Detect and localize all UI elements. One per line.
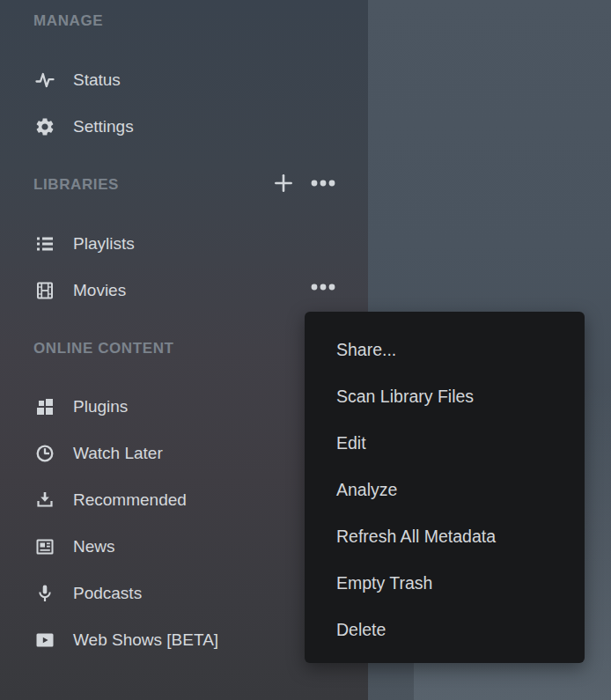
sidebar-item-label: Podcasts (73, 584, 142, 603)
download-icon (33, 489, 56, 512)
menu-item-share[interactable]: Share... (305, 327, 585, 373)
add-library-button[interactable] (268, 169, 299, 197)
playlist-icon (33, 232, 56, 255)
microphone-icon (33, 582, 56, 605)
activity-icon (33, 69, 56, 92)
section-header-online-content: ONLINE CONTENT (33, 340, 174, 357)
section-header-manage: MANAGE (33, 12, 103, 30)
sidebar-item-label: Plugins (73, 397, 128, 416)
sidebar-item-label: News (73, 537, 115, 556)
menu-item-delete[interactable]: Delete (305, 607, 585, 653)
menu-item-analyze[interactable]: Analyze (305, 467, 585, 513)
sidebar-item-label: Movies (73, 281, 126, 300)
section-header-libraries: LIBRARIES (33, 176, 119, 194)
menu-item-refresh-metadata[interactable]: Refresh All Metadata (305, 513, 585, 560)
gear-icon (33, 115, 56, 138)
sidebar-item-label: Status (73, 70, 121, 90)
libraries-more-button[interactable] (306, 170, 341, 196)
menu-item-edit[interactable]: Edit (305, 420, 585, 467)
sidebar-item-status[interactable]: Status (0, 69, 368, 92)
menu-item-scan-library[interactable]: Scan Library Files (305, 373, 585, 420)
library-context-menu: Share... Scan Library Files Edit Analyze… (305, 312, 585, 663)
sidebar-item-label: Playlists (73, 234, 135, 254)
sidebar-item-label: Settings (73, 117, 134, 136)
newspaper-icon (33, 535, 56, 558)
sidebar-item-label: Web Shows [BETA] (73, 630, 218, 650)
sidebar-item-label: Watch Later (73, 444, 163, 463)
menu-item-empty-trash[interactable]: Empty Trash (305, 560, 585, 607)
sidebar-item-playlists[interactable]: Playlists (0, 232, 368, 255)
movies-more-button[interactable] (306, 274, 341, 300)
play-square-icon (33, 629, 56, 652)
film-icon (33, 279, 56, 302)
sidebar-item-label: Recommended (73, 490, 187, 510)
grid-icon (33, 395, 56, 418)
sidebar-item-settings[interactable]: Settings (0, 115, 368, 138)
clock-icon (33, 442, 56, 465)
